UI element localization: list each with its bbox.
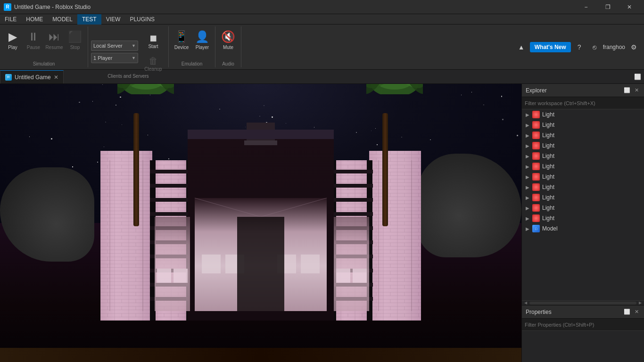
menu-test[interactable]: TEST <box>77 14 101 25</box>
app-icon: R <box>4 3 11 11</box>
tree-chevron-icon: ▶ <box>524 111 531 118</box>
palm-left <box>133 85 139 226</box>
minimize-button[interactable]: − <box>575 0 597 14</box>
whats-new-button[interactable]: What's New <box>530 42 571 52</box>
tree-chevron-icon: ▶ <box>524 183 531 191</box>
light-icon <box>532 142 540 149</box>
viewport[interactable] <box>0 84 521 362</box>
title-text: Untitled Game - Roblox Studio <box>14 4 575 10</box>
properties-search-bar <box>522 319 644 331</box>
simulation-label: Simulation <box>3 61 85 68</box>
h-scroll-track[interactable] <box>529 302 636 304</box>
device-button[interactable]: 📱 Device <box>172 28 191 61</box>
tree-chevron-icon: ▶ <box>524 132 531 139</box>
tree-item[interactable]: ▶□Model <box>522 223 644 234</box>
explorer-search-bar <box>522 97 644 109</box>
share-icon[interactable]: ⎋ <box>588 41 601 54</box>
tree-chevron-icon: ▶ <box>524 225 531 232</box>
tree-item-label: Light <box>542 132 554 139</box>
clients-servers-label: Clients and Servers <box>91 74 165 81</box>
properties-title: Properties <box>526 309 552 315</box>
svg-rect-60 <box>301 255 320 273</box>
svg-rect-65 <box>157 269 171 283</box>
close-button[interactable]: ✕ <box>619 0 640 14</box>
h-scroll-right[interactable]: ▶ <box>636 301 644 305</box>
start-button[interactable]: ⏹ Start <box>141 30 165 52</box>
pause-button[interactable]: ⏸ Pause <box>24 28 43 61</box>
viewport-maximize-button[interactable]: ⬜ <box>631 70 644 83</box>
tree-chevron-icon: ▶ <box>524 152 531 160</box>
explorer-search-input[interactable] <box>525 100 641 106</box>
local-server-dropdown[interactable]: Local Server ▼ <box>91 41 138 51</box>
tree-item[interactable]: ▶Light <box>522 172 644 182</box>
svg-rect-34 <box>150 184 192 188</box>
emulation-section: 📱 Device 👤 Player Emulation <box>169 26 215 67</box>
tree-chevron-icon: ▶ <box>524 214 531 222</box>
player-count-dropdown[interactable]: 1 Player ▼ <box>91 53 138 63</box>
tab-untitled-game[interactable]: R Untitled Game ✕ <box>0 70 64 83</box>
menu-home[interactable]: HOME <box>21 14 48 25</box>
tree-item[interactable]: ▶Light <box>522 213 644 223</box>
light-icon <box>532 163 540 170</box>
tree-item-label: Light <box>542 122 554 128</box>
stop-icon: ⬛ <box>68 30 82 44</box>
properties-close-button[interactable]: ✕ <box>633 308 640 316</box>
settings-icon[interactable]: ⚙ <box>627 41 640 54</box>
svg-rect-57 <box>202 255 221 273</box>
tree-item[interactable]: ▶Light <box>522 182 644 192</box>
help-icon[interactable]: ? <box>573 41 586 54</box>
player-button[interactable]: 👤 Player <box>192 28 212 61</box>
tree-chevron-icon: ▶ <box>524 142 531 149</box>
explorer-close-button[interactable]: ✕ <box>633 87 640 94</box>
tree-item[interactable]: ▶Light <box>522 203 644 213</box>
menu-plugins[interactable]: PLUGINS <box>125 14 159 25</box>
svg-rect-33 <box>150 170 192 173</box>
svg-rect-46 <box>330 212 373 216</box>
maximize-button[interactable]: ❐ <box>597 0 619 14</box>
tree-item[interactable]: ▶Light <box>522 120 644 130</box>
svg-rect-44 <box>330 184 373 188</box>
tree-item[interactable]: ▶Light <box>522 161 644 172</box>
resume-button[interactable]: ⏭ Resume <box>44 28 64 61</box>
menu-bar: FILE HOME MODEL TEST VIEW PLUGINS <box>0 14 644 25</box>
play-button[interactable]: ▶ Play <box>3 28 23 61</box>
ground-stripe <box>0 348 521 362</box>
model-icon: □ <box>532 225 540 232</box>
menu-file[interactable]: FILE <box>0 14 21 25</box>
tree-item[interactable]: ▶Light <box>522 192 644 203</box>
svg-rect-70 <box>353 269 367 283</box>
explorer-maximize-button[interactable]: ⬜ <box>623 87 631 94</box>
svg-rect-18 <box>100 151 152 321</box>
properties-maximize-button[interactable]: ⬜ <box>623 308 631 316</box>
h-scroll-left[interactable]: ◀ <box>522 301 529 305</box>
cleanup-button[interactable]: 🗑 Cleanup <box>141 54 165 74</box>
properties-search-input[interactable] <box>525 322 641 328</box>
pause-icon: ⏸ <box>28 30 39 44</box>
expand-icon[interactable]: ▲ <box>515 41 528 54</box>
menu-view[interactable]: VIEW <box>101 14 125 25</box>
audio-section: 🔇 Mute Audio <box>215 26 241 67</box>
light-icon <box>532 194 540 201</box>
menu-model[interactable]: MODEL <box>48 14 77 25</box>
tree-item[interactable]: ▶Light <box>522 140 644 151</box>
right-panel: Explorer ⬜ ✕ ▶Light▶Light▶Light▶Light▶Li… <box>521 84 644 362</box>
svg-rect-43 <box>330 170 373 173</box>
tree-item[interactable]: ▶Light <box>522 109 644 120</box>
explorer-tree[interactable]: ▶Light▶Light▶Light▶Light▶Light▶Light▶Lig… <box>522 109 644 300</box>
resume-icon: ⏭ <box>49 30 60 44</box>
tree-item-label: Model <box>542 225 558 232</box>
tree-item[interactable]: ▶Light <box>522 130 644 140</box>
device-icon: 📱 <box>174 30 189 44</box>
dropdown-arrow-1: ▼ <box>132 43 136 48</box>
mute-button[interactable]: 🔇 Mute <box>218 28 238 61</box>
tree-item-label: Light <box>542 194 554 201</box>
tree-item[interactable]: ▶Light <box>522 151 644 161</box>
player-icon: 👤 <box>195 30 209 44</box>
username-label[interactable]: franghoo <box>603 44 625 50</box>
close-tab-button[interactable]: ✕ <box>54 74 58 81</box>
svg-rect-45 <box>330 198 373 202</box>
building-svg <box>100 123 421 321</box>
clients-servers-section: Local Server ▼ 1 Player ▼ ⏹ Start 🗑 <box>88 26 169 67</box>
svg-rect-72 <box>188 130 334 139</box>
stop-button[interactable]: ⬛ Stop <box>65 28 85 61</box>
